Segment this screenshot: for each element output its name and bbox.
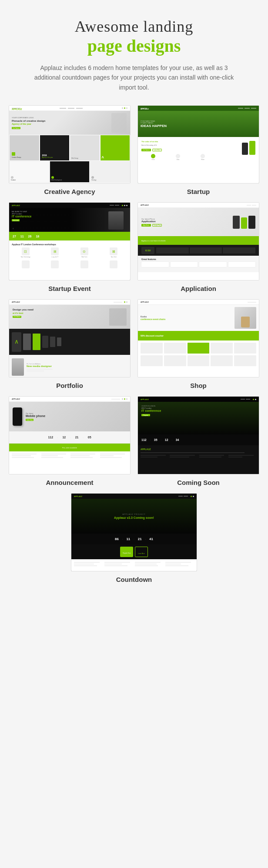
ann-fc3-l2: [70, 455, 90, 456]
startup-features: Grow Data Share: [141, 154, 239, 160]
template-label-startup: Startup: [187, 188, 210, 195]
app-nav-1: [247, 205, 251, 206]
nav-bar-app: APPLAUZ: [138, 203, 259, 208]
shop-prod-7: [164, 355, 186, 366]
ann-footer-line: [12, 454, 37, 454]
count-3: 26: [28, 235, 32, 238]
ann-fc4-l3: [100, 457, 122, 458]
template-preview-shop[interactable]: APPLAUZ Kooko conference event chairs: [137, 299, 259, 377]
template-item-application[interactable]: APPLAUZ Our latest iPhone Application Ap…: [137, 202, 259, 292]
workshop-item-7: [70, 260, 98, 268]
shop-products-section: [138, 341, 259, 368]
portfolio-products: Λ: [9, 329, 130, 355]
nav-s2: [245, 108, 250, 109]
coming-dot-2: [255, 399, 256, 400]
app-features-section: Great features: [138, 256, 259, 272]
cd-dot-2: [193, 496, 194, 497]
cd-sep-1: :: [122, 538, 123, 540]
event-cta-btn: Join event: [12, 219, 20, 221]
bottom-section-creative: Creative Web Development: [9, 161, 130, 183]
profile-role: New media designer: [27, 365, 53, 367]
coming-sep-1: :: [150, 439, 151, 441]
shop-prod-4: [211, 343, 233, 354]
template-preview-coming-soon[interactable]: APPLAUZ 3 EVENTS IN LONDON 2017 London I…: [137, 396, 259, 474]
ann-count-3: 21: [75, 436, 79, 439]
workshop-item-8: [100, 260, 128, 268]
app-phone-1: [233, 216, 240, 229]
bottom-cell-2: Web Development: [50, 161, 90, 183]
announce-btn: Order Now: [26, 419, 34, 421]
shop-hero-text: Kooko conference event chairs: [141, 315, 233, 321]
shop-prod-6: [141, 355, 163, 366]
ann-dot-2: [124, 398, 125, 400]
port-subtitle: at it's best: [13, 312, 107, 314]
shop-voucher: 50% discount voucher: [138, 331, 259, 341]
shop-row-2: [141, 355, 256, 366]
app-nav-2: [252, 205, 256, 206]
port-title: Design you need: [13, 308, 107, 312]
cd-main-title: Applauz v2.3 Coming soon!: [114, 516, 154, 519]
year-sub: Agency of the year: [42, 157, 53, 158]
feat-label-3: Share: [201, 159, 204, 160]
shop-logo: APPLAUZ: [141, 301, 149, 303]
shop-row-1: [141, 343, 256, 354]
template-item-shop[interactable]: APPLAUZ Kooko conference event chairs: [137, 299, 259, 389]
phone-1: [242, 143, 248, 155]
template-item-creative-agency[interactable]: APPLAUZ YOUR CORPORATE LOGO: [9, 105, 131, 195]
template-item-portfolio[interactable]: APPLAUZ Design you need at it's best: [9, 299, 131, 389]
cd-sep-3: :: [145, 538, 146, 540]
workshop-item-1: ⊡ New Technology: [12, 247, 40, 258]
ann-nav-dots: [122, 398, 127, 400]
wifi-icon: ⊡: [24, 250, 27, 254]
template-item-countdown[interactable]: APPLAUZ APPLAUZ PROJECT Applauz v2.3 Com…: [71, 493, 197, 583]
cd-foot-col-3: [135, 562, 164, 571]
template-item-coming-soon[interactable]: APPLAUZ 3 EVENTS IN LONDON 2017 London I…: [137, 396, 259, 486]
ann-footer-col-1: [12, 454, 40, 474]
app-phone-3: [248, 216, 255, 229]
template-preview-creative-agency[interactable]: APPLAUZ YOUR CORPORATE LOGO: [9, 105, 131, 184]
templates-grid: APPLAUZ YOUR CORPORATE LOGO: [9, 105, 259, 486]
template-preview-startup-event[interactable]: APPLAUZ BE SURE TO VISIT 2017 London IT …: [9, 202, 131, 280]
nav-item-1: [60, 108, 66, 109]
count-2: 11: [20, 235, 24, 238]
ann-fc4-l1: [100, 454, 125, 454]
announce-product: Mobile phone: [26, 414, 45, 417]
chair-shape: [241, 317, 250, 327]
cf3-l2: [199, 457, 221, 457]
port-hero-image: [109, 308, 127, 326]
template-item-announcement[interactable]: APPLAUZ Our latest Mobile p: [9, 396, 131, 486]
template-label-announcement: Announcement: [46, 479, 93, 486]
grid-cell-1: Creative Design: [9, 135, 40, 161]
template-item-startup-event[interactable]: APPLAUZ BE SURE TO VISIT 2017 London IT …: [9, 202, 131, 292]
startup-logo: APPLAUZ: [141, 108, 147, 109]
cf2-l2: [170, 457, 189, 457]
cd-t1: 86: [115, 537, 119, 541]
grid-label-1: Creative Design: [12, 157, 21, 158]
nav-logo-creative: APPLAUZ: [12, 108, 20, 109]
template-preview-portfolio[interactable]: APPLAUZ Design you need at it's best: [9, 299, 131, 377]
preview-event-inner: APPLAUZ BE SURE TO VISIT 2017 London IT …: [9, 203, 130, 280]
ann-count-1: 112: [48, 436, 53, 439]
cd-t2: 11: [126, 537, 130, 541]
shop-product-name: conference event chairs: [141, 318, 233, 321]
template-preview-countdown[interactable]: APPLAUZ APPLAUZ PROJECT Applauz v2.3 Com…: [71, 493, 197, 571]
startup-content-left: The value of an idea lies in the using o…: [141, 140, 239, 180]
cf-l1: [141, 455, 166, 456]
nav-bar-announce: APPLAUZ: [9, 397, 130, 402]
cdf-l1: [74, 562, 100, 563]
shop-prod-1: [141, 343, 163, 354]
product-device: [50, 337, 55, 347]
template-item-startup[interactable]: APPLAUZ IT'S NOT ABOUT IDEAS. IT'S ABOUT…: [137, 105, 259, 195]
hero-creative: YOUR CORPORATE LOGO Pinnacle of creative…: [9, 111, 130, 135]
startup-btn-2-label: Learn More: [154, 149, 160, 151]
bottom-label-3: Strategy: [91, 179, 96, 181]
template-preview-application[interactable]: APPLAUZ Our latest iPhone Application Ap…: [137, 202, 259, 280]
port-nav-dots: [124, 301, 127, 303]
announce-green-text: Pre-order available: [62, 447, 77, 449]
count-4: 18: [36, 235, 39, 238]
nav-s1: [238, 108, 243, 109]
cf4-l2: [228, 457, 242, 457]
coming-sep-3: :: [172, 439, 172, 441]
template-preview-announcement[interactable]: APPLAUZ Our latest Mobile p: [9, 396, 131, 474]
template-preview-startup[interactable]: APPLAUZ IT'S NOT ABOUT IDEAS. IT'S ABOUT…: [137, 105, 259, 184]
